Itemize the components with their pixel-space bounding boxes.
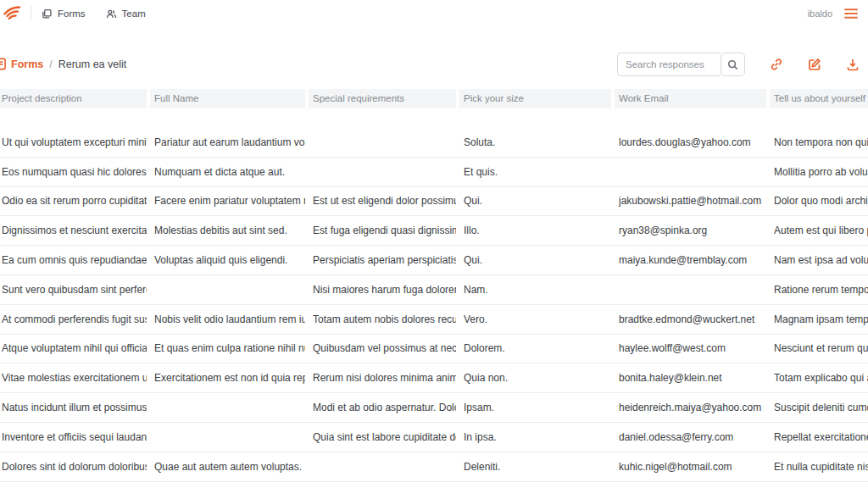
cell-project-description: Natus incidunt illum et possimus. Est… [0, 402, 147, 413]
cell-work-email: kuhic.nigel@hotmail.com [615, 461, 766, 473]
cell-about: Totam explicabo qui anim [770, 372, 868, 384]
download-responses-button[interactable] [846, 58, 860, 71]
column-header: Tell us about yourself [770, 89, 868, 108]
cell-about: Repellat exercitationem c [770, 431, 868, 443]
breadcrumb-current-form: Rerum ea velit [58, 58, 127, 70]
nav-item-label: Team [122, 8, 146, 19]
cell-project-description: Ea cum omnis quis repudiandae. Et v… [0, 254, 147, 266]
cell-special-requirements: Totam autem nobis dolores recusand… [309, 313, 456, 325]
table-row[interactable]: Vitae molestias exercitationem ut aut…Ex… [0, 363, 868, 393]
responses-table: Project descriptionFull NameSpecial requ… [0, 89, 868, 482]
cell-special-requirements: Perspiciatis aperiam perspiciatis reru… [309, 254, 456, 266]
cell-pick-your-size: In ipsa. [459, 431, 611, 443]
breadcrumb-separator: / [49, 58, 52, 70]
cell-full-name: Voluptas aliquid quis eligendi. [150, 254, 305, 266]
cell-pick-your-size: Soluta. [459, 136, 611, 148]
cell-about: Nesciunt et rerum quaera [770, 342, 868, 354]
download-icon [846, 58, 860, 71]
cell-about: Et nulla cupiditate nisi qu [770, 461, 868, 473]
table-row[interactable]: Dignissimos et nesciunt exercitatione…Mo… [0, 216, 868, 246]
search-icon [727, 59, 738, 70]
table-row[interactable]: Natus incidunt illum et possimus. Est…Mo… [0, 393, 868, 423]
nav-item-team[interactable]: Team [106, 8, 146, 19]
user-menu[interactable]: ibaldo [808, 8, 832, 19]
cell-about: Dolor quo modi architecto [770, 195, 868, 207]
share-link-button[interactable] [770, 58, 783, 71]
app-logo[interactable] [2, 3, 22, 24]
table-row[interactable]: Eos numquam quasi hic dolores eaqu…Numqu… [0, 158, 868, 187]
cell-pick-your-size: Ipsam. [459, 402, 611, 413]
cell-project-description: Dignissimos et nesciunt exercitatione… [0, 225, 147, 236]
breadcrumb-forms-link[interactable]: Forms [11, 58, 43, 70]
edit-icon [808, 58, 821, 71]
table-row[interactable]: At commodi perferendis fugit suscipi…Nob… [0, 305, 868, 335]
cell-special-requirements: Quibusdam vel possimus at necessit… [309, 342, 456, 354]
cell-project-description: Atque voluptatem nihil qui officia at i… [0, 342, 147, 354]
cell-work-email: daniel.odessa@ferry.com [615, 431, 766, 443]
table-row[interactable]: Odio ea sit rerum porro cupiditate es…Fa… [0, 187, 868, 217]
edit-form-button[interactable] [808, 58, 821, 71]
cell-full-name: Pariatur aut earum laudantium volupt… [150, 136, 305, 148]
cell-project-description: Dolores sint id dolorum doloribus. La… [0, 461, 147, 473]
cell-pick-your-size: Nam. [459, 284, 611, 296]
cell-pick-your-size: Vero. [459, 313, 611, 325]
cell-about: Autem est qui libero provi [770, 225, 868, 236]
table-row[interactable]: Inventore et officiis sequi laudantium …… [0, 423, 868, 452]
cell-work-email: heidenreich.maiya@yahoo.com [615, 402, 766, 413]
cell-about: Mollitia porro ab voluptas [770, 166, 868, 178]
logo-wing-icon [2, 3, 22, 24]
cell-special-requirements: Est fuga eligendi quasi dignissimos o… [309, 225, 456, 236]
search-button[interactable] [721, 53, 745, 76]
search-group [617, 53, 745, 76]
cell-pick-your-size: Illo. [459, 225, 611, 236]
search-input[interactable] [617, 53, 721, 76]
team-icon [106, 8, 117, 19]
table-row[interactable]: Sunt vero quibusdam sint perferendis…Nis… [0, 275, 868, 305]
cell-about: Non tempora non quis nos [770, 136, 868, 148]
nav-divider [31, 6, 31, 21]
table-header: Project descriptionFull NameSpecial requ… [0, 89, 868, 108]
column-header: Project description [0, 89, 147, 108]
table-row[interactable]: Ea cum omnis quis repudiandae. Et v…Volu… [0, 246, 868, 275]
cell-about: Nam est ipsa ad voluptat [770, 254, 868, 266]
nav-item-forms[interactable]: Forms [42, 8, 86, 19]
toolbar: Forms / Rerum ea velit [0, 47, 868, 81]
breadcrumb: Forms / Rerum ea velit [0, 58, 126, 71]
column-header: Pick your size [459, 89, 611, 108]
column-header: Full Name [150, 89, 305, 108]
cell-project-description: Sunt vero quibusdam sint perferendis… [0, 284, 147, 296]
cell-pick-your-size: Et quis. [459, 166, 611, 178]
cell-about: Ratione rerum tempora ve [770, 284, 868, 296]
cell-project-description: At commodi perferendis fugit suscipi… [0, 313, 147, 325]
hamburger-menu-icon[interactable] [844, 8, 858, 19]
cell-special-requirements: Est ut est eligendi dolor possimus qu… [309, 195, 456, 207]
link-icon [770, 58, 783, 71]
response-actions [745, 58, 860, 71]
nav-item-label: Forms [58, 8, 86, 19]
cell-special-requirements: Nisi maiores harum fuga dolorem co… [309, 284, 456, 296]
cell-project-description: Ut qui voluptatem excepturi minima v… [0, 136, 147, 148]
cell-full-name: Facere enim pariatur voluptatem reru… [150, 195, 305, 207]
cell-project-description: Odio ea sit rerum porro cupiditate es… [0, 195, 147, 207]
cell-special-requirements: Rerum nisi dolores minima animi volu… [309, 372, 456, 384]
cell-full-name: Exercitationem est non id quia repell… [150, 372, 305, 384]
form-icon [0, 58, 8, 71]
cell-project-description: Eos numquam quasi hic dolores eaqu… [0, 166, 147, 178]
cell-pick-your-size: Quia non. [459, 372, 611, 384]
table-body: Ut qui voluptatem excepturi minima v…Par… [0, 108, 868, 482]
column-header: Special requirements [309, 89, 456, 108]
cell-full-name: Et quas enim culpa ratione nihil nulla … [150, 342, 305, 354]
cell-special-requirements: Quia sint est labore cupiditate dolore… [309, 431, 456, 443]
cell-pick-your-size: Qui. [459, 195, 611, 207]
cell-work-email: ryan38@spinka.org [615, 225, 766, 236]
table-row[interactable]: Atque voluptatem nihil qui officia at i…… [0, 335, 868, 364]
cell-work-email: haylee.wolff@west.com [615, 342, 766, 354]
cell-special-requirements: Modi et ab odio aspernatur. Dolor nihi… [309, 402, 456, 413]
cell-work-email: bradtke.edmond@wuckert.net [615, 313, 766, 325]
cell-pick-your-size: Deleniti. [459, 461, 611, 473]
cell-work-email: maiya.kunde@tremblay.com [615, 254, 766, 266]
table-row[interactable]: Dolores sint id dolorum doloribus. La…Qu… [0, 452, 868, 482]
cell-project-description: Vitae molestias exercitationem ut aut… [0, 372, 147, 384]
table-row[interactable]: Ut qui voluptatem excepturi minima v…Par… [0, 128, 868, 158]
cell-work-email: lourdes.douglas@yahoo.com [615, 136, 766, 148]
